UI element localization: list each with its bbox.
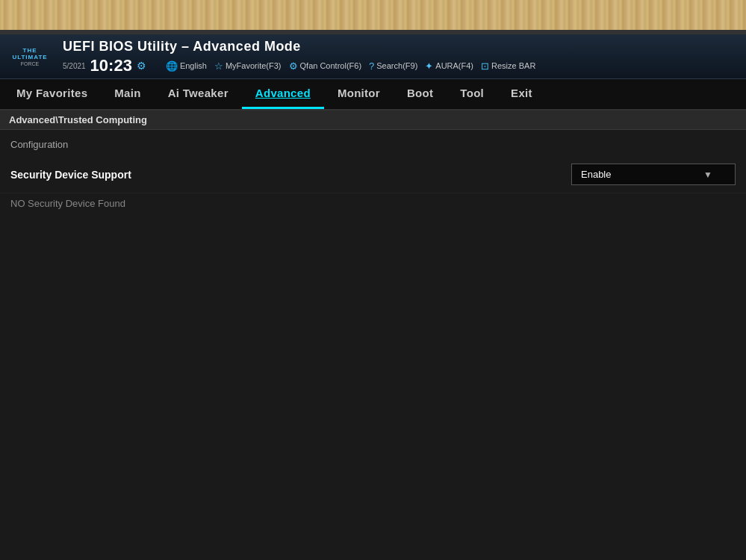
toolbar-items: 🌐 English ☆ MyFavorite(F3) ⚙ Qfan Contro… xyxy=(166,60,535,72)
nav-my-favorites[interactable]: My Favorites xyxy=(3,79,101,109)
nav-ai-tweaker[interactable]: Ai Tweaker xyxy=(155,79,242,109)
bios-title: UEFI BIOS Utility – Advanced Mode xyxy=(63,39,535,55)
bios-screen: THE ULTIMATE FORCE UEFI BIOS Utility – A… xyxy=(0,34,746,560)
nav-tool[interactable]: Tool xyxy=(447,79,497,109)
globe-icon: 🌐 xyxy=(166,60,178,72)
star-icon: ☆ xyxy=(214,60,223,72)
header-bar: THE ULTIMATE FORCE UEFI BIOS Utility – A… xyxy=(0,34,746,79)
toolbar-resizebar-label: Resize BAR xyxy=(491,61,535,70)
toolbar-resizebar[interactable]: ⊡ Resize BAR xyxy=(481,60,535,72)
datetime-row: 5/2021 10:23 ⚙ 🌐 English ☆ MyFavorite(F3… xyxy=(63,56,535,75)
dropdown-value: Enable xyxy=(581,169,611,180)
breadcrumb-text: Advanced\Trusted Computing xyxy=(9,114,147,125)
logo-line2: ULTIMATE xyxy=(12,55,47,61)
logo-line3: FORCE xyxy=(21,61,40,66)
security-device-row: Security Device Support Enable ▼ xyxy=(0,156,746,193)
nav-main[interactable]: Main xyxy=(101,79,154,109)
toolbar-qfan-label: Qfan Control(F6) xyxy=(300,61,362,70)
nav-advanced[interactable]: Advanced xyxy=(242,79,324,109)
resize-icon: ⊡ xyxy=(481,60,489,72)
security-device-label: Security Device Support xyxy=(10,169,131,181)
toolbar-qfan[interactable]: ⚙ Qfan Control(F6) xyxy=(289,60,362,72)
time-display: 10:23 xyxy=(90,56,132,75)
wood-grain-border xyxy=(0,0,746,30)
toolbar-search[interactable]: ? Search(F9) xyxy=(369,60,417,72)
date-label: 5/2021 xyxy=(63,62,86,70)
toolbar-english[interactable]: 🌐 English xyxy=(166,60,207,72)
fan-icon: ⚙ xyxy=(289,60,298,72)
nav-bar: My Favorites Main Ai Tweaker Advanced Mo… xyxy=(0,79,746,111)
nav-boot[interactable]: Boot xyxy=(394,79,447,109)
toolbar-myfavorite[interactable]: ☆ MyFavorite(F3) xyxy=(214,60,282,72)
aura-icon: ✦ xyxy=(425,60,433,72)
breadcrumb: Advanced\Trusted Computing xyxy=(0,111,746,130)
content-area: Configuration Security Device Support En… xyxy=(0,130,746,220)
toolbar-english-label: English xyxy=(180,61,207,70)
toolbar-myfavorite-label: MyFavorite(F3) xyxy=(226,61,282,70)
nav-exit[interactable]: Exit xyxy=(497,79,546,109)
asus-logo: THE ULTIMATE FORCE xyxy=(7,48,52,66)
search-icon: ? xyxy=(369,60,374,72)
title-area: UEFI BIOS Utility – Advanced Mode 5/2021… xyxy=(63,39,535,75)
chevron-down-icon: ▼ xyxy=(703,169,712,180)
toolbar-aura-label: AURA(F4) xyxy=(435,61,473,70)
gear-icon[interactable]: ⚙ xyxy=(137,60,146,72)
section-header: Configuration xyxy=(0,136,746,153)
nav-monitor[interactable]: Monitor xyxy=(324,79,394,109)
toolbar-aura[interactable]: ✦ AURA(F4) xyxy=(425,60,473,72)
toolbar-search-label: Search(F9) xyxy=(376,61,417,70)
monitor-frame: THE ULTIMATE FORCE UEFI BIOS Utility – A… xyxy=(0,30,746,560)
security-device-dropdown[interactable]: Enable ▼ xyxy=(571,164,736,185)
no-device-message: NO Security Device Found xyxy=(0,193,746,214)
